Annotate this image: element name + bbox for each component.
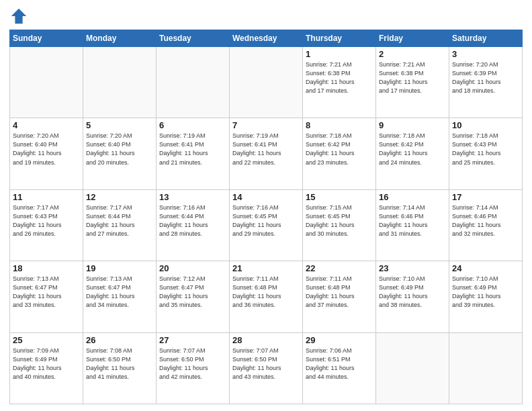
day-info: Sunrise: 7:09 AM Sunset: 6:49 PM Dayligh… xyxy=(13,347,80,381)
calendar-cell: 6Sunrise: 7:19 AM Sunset: 6:41 PM Daylig… xyxy=(157,118,230,189)
day-number: 5 xyxy=(86,120,153,130)
calendar-cell: 14Sunrise: 7:16 AM Sunset: 6:45 PM Dayli… xyxy=(230,189,303,261)
day-info: Sunrise: 7:10 AM Sunset: 6:49 PM Dayligh… xyxy=(379,275,446,310)
day-number: 4 xyxy=(13,120,80,130)
day-info: Sunrise: 7:07 AM Sunset: 6:50 PM Dayligh… xyxy=(159,347,226,381)
column-header-tuesday: Tuesday xyxy=(157,30,230,47)
day-info: Sunrise: 7:10 AM Sunset: 6:49 PM Dayligh… xyxy=(452,275,519,310)
day-number: 12 xyxy=(86,192,153,202)
page: SundayMondayTuesdayWednesdayThursdayFrid… xyxy=(0,0,532,411)
calendar-cell xyxy=(157,47,230,118)
calendar-cell: 13Sunrise: 7:16 AM Sunset: 6:44 PM Dayli… xyxy=(157,189,230,261)
calendar-cell: 25Sunrise: 7:09 AM Sunset: 6:49 PM Dayli… xyxy=(10,332,83,404)
logo-icon xyxy=(9,7,28,26)
calendar-cell: 5Sunrise: 7:20 AM Sunset: 6:40 PM Daylig… xyxy=(83,118,157,189)
calendar-cell: 16Sunrise: 7:14 AM Sunset: 6:46 PM Dayli… xyxy=(376,189,449,261)
day-number: 13 xyxy=(159,192,226,202)
column-header-sunday: Sunday xyxy=(10,30,83,47)
day-info: Sunrise: 7:06 AM Sunset: 6:51 PM Dayligh… xyxy=(306,347,373,381)
day-number: 8 xyxy=(306,120,373,130)
day-number: 15 xyxy=(306,192,373,202)
day-info: Sunrise: 7:21 AM Sunset: 6:38 PM Dayligh… xyxy=(379,60,446,95)
day-number: 16 xyxy=(379,192,446,202)
calendar-week-row: 4Sunrise: 7:20 AM Sunset: 6:40 PM Daylig… xyxy=(10,118,523,189)
day-number: 10 xyxy=(452,120,519,130)
day-number: 2 xyxy=(379,49,446,59)
calendar-cell: 11Sunrise: 7:17 AM Sunset: 6:43 PM Dayli… xyxy=(10,189,83,261)
day-number: 21 xyxy=(232,263,300,273)
calendar-cell xyxy=(10,47,83,118)
calendar-cell: 10Sunrise: 7:18 AM Sunset: 6:43 PM Dayli… xyxy=(449,118,523,189)
day-number: 9 xyxy=(379,120,446,130)
day-number: 14 xyxy=(232,192,300,202)
day-number: 11 xyxy=(13,192,80,202)
day-info: Sunrise: 7:17 AM Sunset: 6:44 PM Dayligh… xyxy=(86,203,153,238)
day-number: 29 xyxy=(306,335,373,345)
calendar-cell: 4Sunrise: 7:20 AM Sunset: 6:40 PM Daylig… xyxy=(10,118,83,189)
day-number: 28 xyxy=(232,335,300,345)
logo xyxy=(9,7,31,26)
day-info: Sunrise: 7:08 AM Sunset: 6:50 PM Dayligh… xyxy=(86,347,153,381)
day-number: 6 xyxy=(159,120,226,130)
calendar-cell: 26Sunrise: 7:08 AM Sunset: 6:50 PM Dayli… xyxy=(83,332,157,404)
day-number: 24 xyxy=(452,263,519,273)
day-info: Sunrise: 7:12 AM Sunset: 6:47 PM Dayligh… xyxy=(159,275,226,310)
day-number: 18 xyxy=(13,263,80,273)
column-header-thursday: Thursday xyxy=(303,30,376,47)
day-number: 7 xyxy=(232,120,300,130)
day-number: 20 xyxy=(159,263,226,273)
calendar-cell: 23Sunrise: 7:10 AM Sunset: 6:49 PM Dayli… xyxy=(376,261,449,332)
calendar-cell: 15Sunrise: 7:15 AM Sunset: 6:45 PM Dayli… xyxy=(303,189,376,261)
day-info: Sunrise: 7:11 AM Sunset: 6:48 PM Dayligh… xyxy=(306,275,373,310)
day-info: Sunrise: 7:18 AM Sunset: 6:42 PM Dayligh… xyxy=(379,132,446,167)
day-number: 22 xyxy=(306,263,373,273)
calendar-cell xyxy=(376,332,449,404)
day-info: Sunrise: 7:15 AM Sunset: 6:45 PM Dayligh… xyxy=(306,203,373,238)
day-number: 3 xyxy=(452,49,519,59)
calendar-cell: 28Sunrise: 7:07 AM Sunset: 6:50 PM Dayli… xyxy=(230,332,303,404)
day-info: Sunrise: 7:18 AM Sunset: 6:43 PM Dayligh… xyxy=(452,132,519,167)
day-info: Sunrise: 7:20 AM Sunset: 6:40 PM Dayligh… xyxy=(86,132,153,167)
calendar-cell: 3Sunrise: 7:20 AM Sunset: 6:39 PM Daylig… xyxy=(449,47,523,118)
calendar-week-row: 11Sunrise: 7:17 AM Sunset: 6:43 PM Dayli… xyxy=(10,189,523,261)
header xyxy=(9,7,523,26)
calendar-week-row: 1Sunrise: 7:21 AM Sunset: 6:38 PM Daylig… xyxy=(10,47,523,118)
day-info: Sunrise: 7:14 AM Sunset: 6:46 PM Dayligh… xyxy=(452,203,519,238)
day-info: Sunrise: 7:16 AM Sunset: 6:44 PM Dayligh… xyxy=(159,203,226,238)
calendar-cell: 19Sunrise: 7:13 AM Sunset: 6:47 PM Dayli… xyxy=(83,261,157,332)
calendar-cell: 7Sunrise: 7:19 AM Sunset: 6:41 PM Daylig… xyxy=(230,118,303,189)
svg-marker-0 xyxy=(11,9,26,24)
calendar-cell: 9Sunrise: 7:18 AM Sunset: 6:42 PM Daylig… xyxy=(376,118,449,189)
day-number: 17 xyxy=(452,192,519,202)
calendar-cell: 1Sunrise: 7:21 AM Sunset: 6:38 PM Daylig… xyxy=(303,47,376,118)
day-info: Sunrise: 7:18 AM Sunset: 6:42 PM Dayligh… xyxy=(306,132,373,167)
calendar-cell: 22Sunrise: 7:11 AM Sunset: 6:48 PM Dayli… xyxy=(303,261,376,332)
column-header-saturday: Saturday xyxy=(449,30,523,47)
calendar-cell: 2Sunrise: 7:21 AM Sunset: 6:38 PM Daylig… xyxy=(376,47,449,118)
day-number: 27 xyxy=(159,335,226,345)
calendar-week-row: 25Sunrise: 7:09 AM Sunset: 6:49 PM Dayli… xyxy=(10,332,523,404)
day-number: 1 xyxy=(306,49,373,59)
day-info: Sunrise: 7:16 AM Sunset: 6:45 PM Dayligh… xyxy=(232,203,300,238)
day-info: Sunrise: 7:11 AM Sunset: 6:48 PM Dayligh… xyxy=(232,275,300,310)
calendar-cell: 27Sunrise: 7:07 AM Sunset: 6:50 PM Dayli… xyxy=(157,332,230,404)
column-header-friday: Friday xyxy=(376,30,449,47)
calendar-cell: 21Sunrise: 7:11 AM Sunset: 6:48 PM Dayli… xyxy=(230,261,303,332)
day-number: 23 xyxy=(379,263,446,273)
calendar-cell: 18Sunrise: 7:13 AM Sunset: 6:47 PM Dayli… xyxy=(10,261,83,332)
day-info: Sunrise: 7:20 AM Sunset: 6:39 PM Dayligh… xyxy=(452,60,519,95)
day-info: Sunrise: 7:19 AM Sunset: 6:41 PM Dayligh… xyxy=(159,132,226,167)
calendar-cell: 12Sunrise: 7:17 AM Sunset: 6:44 PM Dayli… xyxy=(83,189,157,261)
column-header-wednesday: Wednesday xyxy=(230,30,303,47)
day-info: Sunrise: 7:13 AM Sunset: 6:47 PM Dayligh… xyxy=(86,275,153,310)
calendar-header-row: SundayMondayTuesdayWednesdayThursdayFrid… xyxy=(10,30,523,47)
calendar-cell xyxy=(449,332,523,404)
column-header-monday: Monday xyxy=(83,30,157,47)
day-info: Sunrise: 7:13 AM Sunset: 6:47 PM Dayligh… xyxy=(13,275,80,310)
day-number: 19 xyxy=(86,263,153,273)
calendar-cell: 24Sunrise: 7:10 AM Sunset: 6:49 PM Dayli… xyxy=(449,261,523,332)
day-info: Sunrise: 7:14 AM Sunset: 6:46 PM Dayligh… xyxy=(379,203,446,238)
calendar-cell: 8Sunrise: 7:18 AM Sunset: 6:42 PM Daylig… xyxy=(303,118,376,189)
calendar-cell xyxy=(230,47,303,118)
day-info: Sunrise: 7:19 AM Sunset: 6:41 PM Dayligh… xyxy=(232,132,300,167)
